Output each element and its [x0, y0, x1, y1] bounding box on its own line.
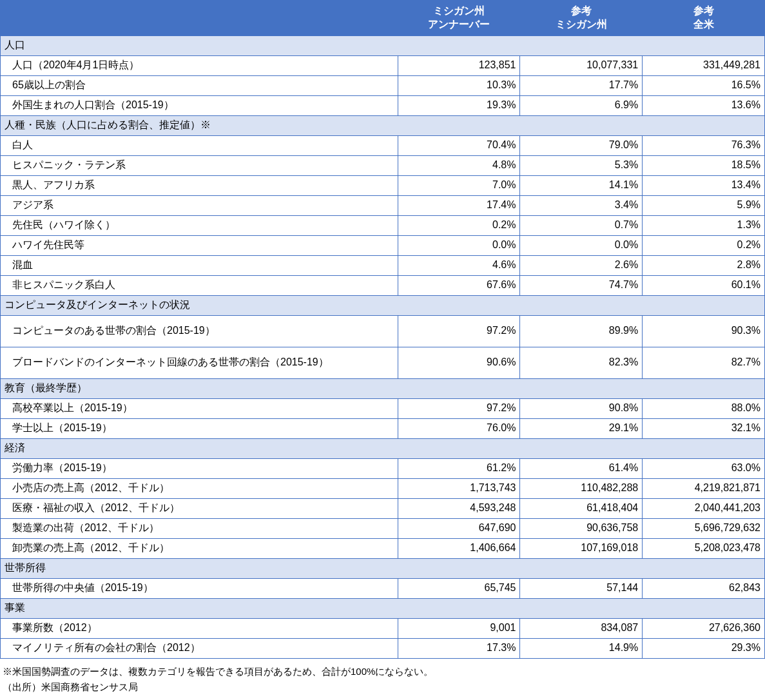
table-row: 人口（2020年4月1日時点）123,85110,077,331331,449,…: [1, 55, 765, 75]
table-row: 事業所数（2012）9,001834,08727,626,360: [1, 618, 765, 638]
row-value: 2.8%: [643, 255, 765, 275]
row-label: 非ヒスパニック系白人: [1, 275, 398, 295]
row-value: 1,406,664: [398, 538, 520, 558]
row-value: 107,169,018: [520, 538, 643, 558]
row-label: 製造業の出荷（2012、千ドル）: [1, 518, 398, 538]
row-value: 0.2%: [643, 235, 765, 255]
row-value: 834,087: [520, 618, 643, 638]
row-value: 13.6%: [643, 95, 765, 115]
row-value: 63.0%: [643, 458, 765, 478]
table-row: ハワイ先住民等0.0%0.0%0.2%: [1, 235, 765, 255]
row-value: 17.3%: [398, 638, 520, 658]
section-row: コンピュータ及びインターネットの状況: [1, 295, 765, 315]
row-value: 4.8%: [398, 155, 520, 175]
row-value: 110,482,288: [520, 478, 643, 498]
row-label: 世帯所得の中央値（2015-19）: [1, 578, 398, 598]
row-value: 60.1%: [643, 275, 765, 295]
row-value: 4,219,821,871: [643, 478, 765, 498]
table-row: 非ヒスパニック系白人67.6%74.7%60.1%: [1, 275, 765, 295]
row-value: 1,713,743: [398, 478, 520, 498]
row-value: 123,851: [398, 55, 520, 75]
table-row: 黒人、アフリカ系7.0%14.1%13.4%: [1, 175, 765, 195]
row-value: 6.9%: [520, 95, 643, 115]
row-value: 89.9%: [520, 315, 643, 347]
table-row: アジア系17.4%3.4%5.9%: [1, 195, 765, 215]
row-value: 61.2%: [398, 458, 520, 478]
section-row: 事業: [1, 598, 765, 618]
header-blank: [1, 1, 398, 36]
row-label: ヒスパニック・ラテン系: [1, 155, 398, 175]
table-row: 高校卒業以上（2015-19）97.2%90.8%88.0%: [1, 398, 765, 418]
table-row: 世帯所得の中央値（2015-19）65,74557,14462,843: [1, 578, 765, 598]
row-value: 32.1%: [643, 418, 765, 438]
row-label: 高校卒業以上（2015-19）: [1, 398, 398, 418]
row-value: 4,593,248: [398, 498, 520, 518]
header-row: ミシガン州アンナーバー 参考ミシガン州 参考全米: [1, 1, 765, 36]
table-row: 先住民（ハワイ除く）0.2%0.7%1.3%: [1, 215, 765, 235]
row-value: 13.4%: [643, 175, 765, 195]
row-value: 29.3%: [643, 638, 765, 658]
row-value: 67.6%: [398, 275, 520, 295]
section-title: 事業: [1, 598, 765, 618]
row-value: 62,843: [643, 578, 765, 598]
header-col-usa: 参考全米: [643, 1, 765, 36]
row-value: 74.7%: [520, 275, 643, 295]
row-label: 医療・福祉の収入（2012、千ドル）: [1, 498, 398, 518]
row-value: 76.3%: [643, 135, 765, 155]
table-row: 卸売業の売上高（2012、千ドル）1,406,664107,169,0185,2…: [1, 538, 765, 558]
table-row: マイノリティ所有の会社の割合（2012）17.3%14.9%29.3%: [1, 638, 765, 658]
footnote-1: ※米国国勢調査のデータは、複数カテゴリを報告できる項目があるため、合計が100%…: [3, 664, 762, 679]
row-value: 5.3%: [520, 155, 643, 175]
row-value: 3.4%: [520, 195, 643, 215]
row-value: 1.3%: [643, 215, 765, 235]
row-value: 0.7%: [520, 215, 643, 235]
row-value: 647,690: [398, 518, 520, 538]
table-row: ヒスパニック・ラテン系4.8%5.3%18.5%: [1, 155, 765, 175]
row-value: 4.6%: [398, 255, 520, 275]
row-label: マイノリティ所有の会社の割合（2012）: [1, 638, 398, 658]
row-value: 90.8%: [520, 398, 643, 418]
row-value: 10,077,331: [520, 55, 643, 75]
row-value: 0.0%: [520, 235, 643, 255]
row-value: 65,745: [398, 578, 520, 598]
row-value: 10.3%: [398, 75, 520, 95]
row-value: 7.0%: [398, 175, 520, 195]
row-value: 57,144: [520, 578, 643, 598]
row-value: 97.2%: [398, 398, 520, 418]
row-label: 白人: [1, 135, 398, 155]
row-label: コンピュータのある世帯の割合（2015-19）: [1, 315, 398, 347]
row-value: 331,449,281: [643, 55, 765, 75]
row-value: 61,418,404: [520, 498, 643, 518]
section-row: 世帯所得: [1, 558, 765, 578]
row-label: 混血: [1, 255, 398, 275]
row-label: 黒人、アフリカ系: [1, 175, 398, 195]
row-value: 29.1%: [520, 418, 643, 438]
row-value: 14.1%: [520, 175, 643, 195]
row-value: 16.5%: [643, 75, 765, 95]
row-value: 90.6%: [398, 347, 520, 378]
header-col-annarbor: ミシガン州アンナーバー: [398, 1, 520, 36]
row-value: 0.0%: [398, 235, 520, 255]
row-value: 82.7%: [643, 347, 765, 378]
table-row: 労働力率（2015-19）61.2%61.4%63.0%: [1, 458, 765, 478]
row-value: 79.0%: [520, 135, 643, 155]
row-value: 17.4%: [398, 195, 520, 215]
table-row: 外国生まれの人口割合（2015-19）19.3%6.9%13.6%: [1, 95, 765, 115]
row-value: 2.6%: [520, 255, 643, 275]
row-value: 18.5%: [643, 155, 765, 175]
table-row: 混血4.6%2.6%2.8%: [1, 255, 765, 275]
row-label: アジア系: [1, 195, 398, 215]
footnote-2: （出所）米国商務省センサス局: [3, 679, 762, 695]
section-title: 経済: [1, 438, 765, 458]
demographics-table: ミシガン州アンナーバー 参考ミシガン州 参考全米 人口人口（2020年4月1日時…: [0, 0, 765, 659]
row-value: 5,696,729,632: [643, 518, 765, 538]
header-col-michigan: 参考ミシガン州: [520, 1, 643, 36]
row-label: 労働力率（2015-19）: [1, 458, 398, 478]
row-value: 27,626,360: [643, 618, 765, 638]
section-title: 人種・民族（人口に占める割合、推定値）※: [1, 115, 765, 135]
section-row: 人口: [1, 35, 765, 55]
table-row: 65歳以上の割合10.3%17.7%16.5%: [1, 75, 765, 95]
row-value: 14.9%: [520, 638, 643, 658]
section-row: 経済: [1, 438, 765, 458]
row-value: 97.2%: [398, 315, 520, 347]
